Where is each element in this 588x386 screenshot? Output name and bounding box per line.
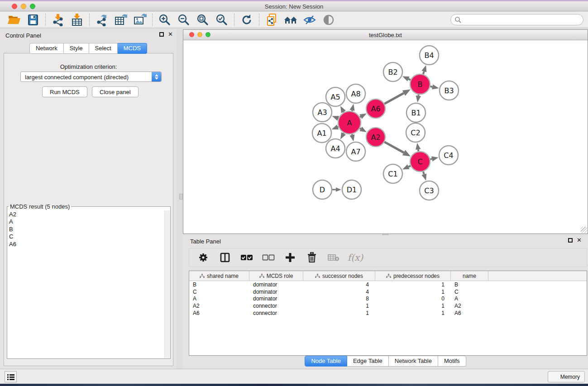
graph-edge-A-A2[interactable] [360,129,361,129]
zoom-in-icon[interactable] [155,12,174,28]
close-panel-button[interactable]: Close panel [92,86,139,97]
table-cell[interactable]: dominator [249,281,303,288]
table-cell[interactable]: 1 [375,303,451,309]
show-graphics-details-icon[interactable] [319,12,338,28]
table-row[interactable]: Bdominator41B [189,281,587,288]
graph-edge-C-C1[interactable] [408,166,411,167]
table-cell[interactable]: C [451,289,488,295]
result-scrollbar[interactable] [164,210,170,358]
function-builder-icon[interactable]: f(x) [348,250,363,265]
network-canvas[interactable]: B4B2BB3A5A8A6A3B1AA1C2A2A4A7C4CC1DD1C3 [184,41,587,233]
first-neighbors-icon[interactable] [281,12,300,28]
result-list-item[interactable]: A [9,218,163,225]
export-table-icon[interactable] [111,12,130,28]
table-cell[interactable]: 1 [303,303,375,309]
table-cell[interactable]: connector [249,310,303,316]
graph-edge-A-A6[interactable] [360,117,361,117]
graph-edge-A2-C[interactable] [384,142,404,153]
result-list-item[interactable]: C [9,233,163,240]
table-cell[interactable]: A6 [189,310,249,316]
task-history-icon[interactable] [5,371,17,382]
table-cell[interactable]: 1 [303,310,375,316]
delete-column-icon[interactable] [304,250,320,265]
table-cell[interactable]: 1 [375,289,451,295]
table-cell[interactable]: 4 [303,281,375,288]
add-column-icon[interactable] [282,250,298,265]
table-cell[interactable]: A6 [451,310,488,316]
hide-selected-icon[interactable] [300,12,319,28]
refresh-icon[interactable] [237,12,256,28]
tab-motifs[interactable]: Motifs [438,356,466,367]
open-file-icon[interactable] [5,12,24,28]
result-list-item[interactable]: B [9,226,163,233]
table-cell[interactable]: 1 [375,281,451,288]
run-mcds-button[interactable]: Run MCDS [42,86,87,97]
table-cell[interactable]: connector [249,303,303,309]
zoom-fit-icon[interactable] [193,12,212,28]
export-image-icon[interactable] [130,12,149,28]
table-cell[interactable]: 0 [375,295,451,302]
vertical-splitter-handle[interactable] [179,194,183,200]
column-header-predecessor-nodes[interactable]: predecessor nodes [375,271,451,281]
graph-edge-A6-B[interactable] [384,93,404,104]
network-window-titlebar[interactable]: testGlobe.txt [183,30,588,40]
column-header-shared-name[interactable]: shared name [189,271,249,281]
tab-node-table[interactable]: Node Table [305,356,347,367]
table-row[interactable]: Adominator80A [189,295,587,303]
float-table-panel-icon[interactable] [568,238,573,243]
table-row[interactable]: A2connector11A2 [189,302,587,310]
node-table[interactable]: shared nameMCDS rolesuccessor nodesprede… [189,271,587,356]
tab-network-table[interactable]: Network Table [389,356,438,367]
save-session-icon[interactable] [24,12,43,28]
delete-table-icon[interactable] [326,250,341,265]
close-panel-icon[interactable]: ✕ [168,32,173,37]
zoom-selected-icon[interactable] [212,12,231,28]
select-all-columns-icon[interactable] [239,250,254,265]
search-input[interactable] [450,14,583,25]
table-cell[interactable]: 1 [375,310,451,316]
table-cell[interactable]: A2 [189,303,249,309]
table-cell[interactable]: A [189,295,249,302]
deselect-all-columns-icon[interactable] [261,250,276,265]
split-columns-icon[interactable] [217,250,233,265]
table-cell[interactable]: dominator [249,295,303,302]
graph-edge-C-C2[interactable] [418,149,419,151]
table-cell[interactable]: 8 [303,295,375,302]
memory-button[interactable]: Memory [548,371,585,382]
table-row[interactable]: A6connector11A6 [189,310,587,317]
table-cell[interactable]: A2 [451,303,488,309]
zoom-out-icon[interactable] [174,12,193,28]
table-cell[interactable]: 4 [303,289,375,295]
import-network-icon[interactable] [48,12,67,28]
graph-edge-C-C3[interactable] [423,172,424,174]
column-header-name[interactable]: name [451,271,488,281]
table-cell[interactable]: B [451,281,488,288]
result-list-item[interactable]: A2 [9,211,163,218]
table-row[interactable]: Cdominator41C [189,288,587,295]
gear-icon[interactable] [196,250,211,265]
network-overview-icon[interactable] [262,12,281,28]
tab-network[interactable]: Network [29,43,64,54]
table-cell[interactable]: dominator [249,289,303,295]
tab-mcds[interactable]: MCDS [118,43,147,54]
table-cell[interactable]: A [451,295,488,302]
tab-select[interactable]: Select [89,43,118,54]
graph-edge-B-B2[interactable] [408,79,411,80]
tab-style[interactable]: Style [64,43,89,54]
graph-edge-C-C4[interactable] [430,159,432,159]
result-list-item[interactable]: A6 [9,241,163,248]
column-header-MCDS-role[interactable]: MCDS role [249,271,303,281]
column-header-successor-nodes[interactable]: successor nodes [303,271,375,281]
import-table-icon[interactable] [67,12,86,28]
graph-edge-B-B4[interactable] [423,71,424,74]
export-network-icon[interactable] [92,12,111,28]
table-cell[interactable]: B [189,281,249,288]
graph-edge-B-B3[interactable] [430,86,432,87]
tab-edge-table[interactable]: Edge Table [347,356,389,367]
close-table-panel-icon[interactable]: ✕ [577,238,582,243]
table-cell[interactable]: C [189,289,249,295]
network-graph[interactable]: B4B2BB3A5A8A6A3B1AA1C2A2A4A7C4CC1DD1C3 [184,41,587,233]
window-resize-grip[interactable] [581,227,587,233]
float-panel-icon[interactable] [159,32,164,37]
criterion-dropdown[interactable]: largest connected component (directed) [20,71,162,82]
